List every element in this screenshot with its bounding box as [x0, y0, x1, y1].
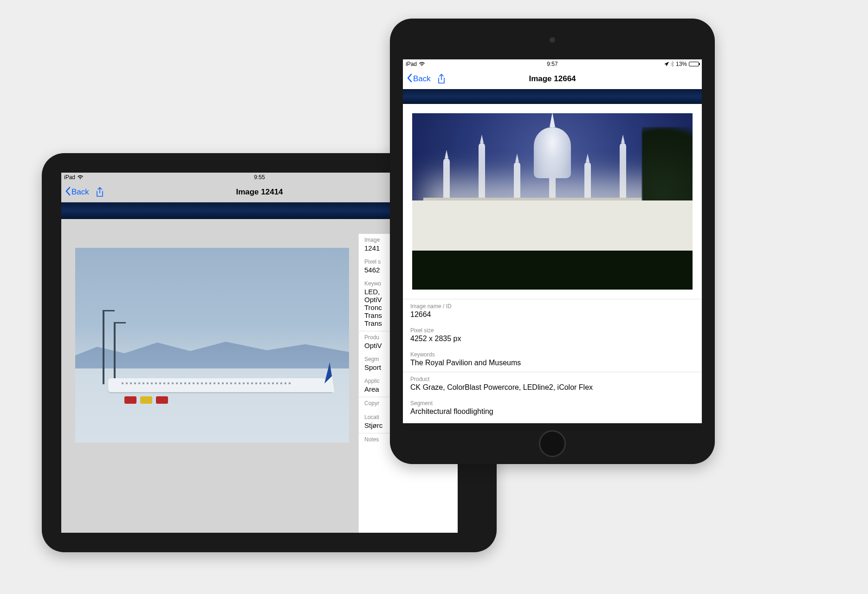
hero-image	[75, 248, 349, 443]
back-button[interactable]: Back	[407, 73, 431, 85]
meta-value-keywords: The Royal Pavilion and Museums	[410, 359, 694, 367]
meta-value-segment: Architectural floodlighting	[410, 407, 694, 416]
meta-label-keywords: Keywords	[410, 351, 694, 358]
meta-label-product: Product	[410, 376, 694, 382]
back-label: Back	[413, 74, 431, 84]
clock: 9:57	[403, 61, 702, 67]
battery-icon	[689, 62, 699, 66]
meta-label-image-name: Image name / ID	[410, 303, 694, 310]
screen-portrait: iPad 9:57 13%	[403, 59, 702, 423]
page-title: Image 12664	[403, 74, 702, 84]
meta-label-pixel-size: Pixel size	[410, 327, 694, 334]
share-button[interactable]	[96, 187, 104, 197]
share-icon	[437, 74, 446, 84]
meta-label-segment: Segment	[410, 400, 694, 407]
chevron-left-icon	[65, 187, 71, 198]
hero-image	[412, 113, 693, 290]
back-button[interactable]: Back	[65, 187, 89, 198]
camera-dot	[550, 37, 555, 43]
nav-bar: Back Image 12664	[403, 69, 702, 89]
hero-area	[61, 234, 358, 533]
meta-value-image-name: 12664	[410, 310, 694, 319]
meta-value-pixel-size: 4252 x 2835 px	[410, 335, 694, 343]
chevron-left-icon	[407, 73, 412, 85]
back-label: Back	[71, 187, 89, 197]
share-icon	[96, 187, 104, 197]
status-bar: iPad 9:57 13%	[403, 59, 702, 69]
share-button[interactable]	[437, 74, 446, 84]
metadata-panel: Image name / ID 12664 Pixel size 4252 x …	[403, 299, 702, 423]
content-area[interactable]: Image name / ID 12664 Pixel size 4252 x …	[403, 104, 702, 423]
ipad-portrait: iPad 9:57 13%	[390, 19, 715, 464]
brand-band	[403, 89, 702, 104]
home-button[interactable]	[539, 430, 566, 457]
meta-value-product: CK Graze, ColorBlast Powercore, LEDline2…	[410, 383, 694, 392]
